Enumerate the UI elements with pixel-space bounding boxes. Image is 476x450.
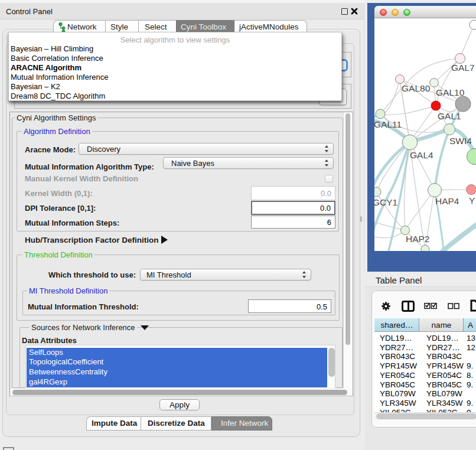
svg-text:GAL11: GAL11 bbox=[374, 119, 402, 129]
svg-text:SWI4: SWI4 bbox=[449, 136, 472, 146]
svg-text:GAL80: GAL80 bbox=[402, 83, 431, 93]
svg-text:HAP4: HAP4 bbox=[435, 196, 459, 206]
svg-text:GCY1: GCY1 bbox=[374, 197, 397, 207]
svg-text:GAL10: GAL10 bbox=[436, 87, 465, 97]
svg-text:HAP2: HAP2 bbox=[406, 234, 430, 244]
svg-text:Y: Y bbox=[469, 195, 475, 206]
svg-text:GAL1: GAL1 bbox=[438, 111, 461, 121]
svg-text:GAL7: GAL7 bbox=[451, 63, 475, 73]
svg-text:GAL4: GAL4 bbox=[410, 150, 433, 160]
